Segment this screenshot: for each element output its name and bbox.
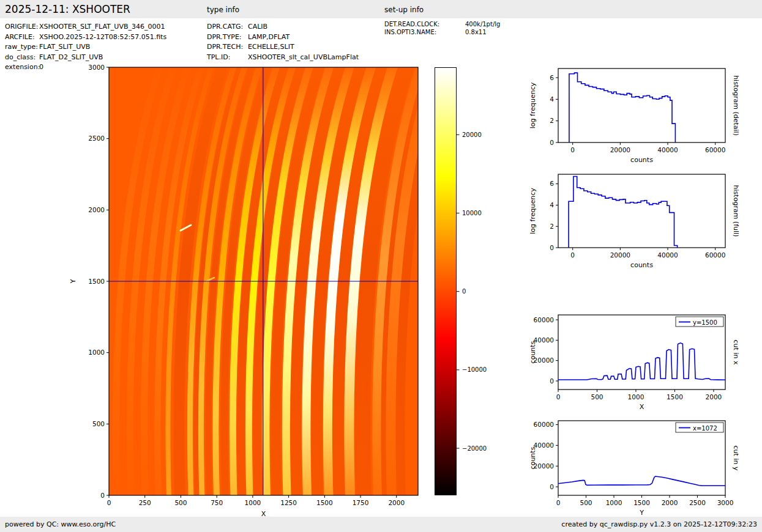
svg-text:60000: 60000	[534, 421, 554, 428]
svg-text:60000: 60000	[534, 316, 554, 323]
svg-text:1750: 1750	[353, 499, 369, 506]
svg-text:4: 4	[550, 201, 554, 209]
svg-text:500: 500	[591, 393, 603, 401]
data-curve	[558, 476, 725, 486]
histogram-detail: 02000040000600000246countslog frequencyh…	[529, 68, 740, 164]
svg-text:0: 0	[556, 499, 561, 506]
svg-text:500: 500	[92, 420, 105, 427]
svg-text:4: 4	[550, 95, 554, 103]
svg-text:2: 2	[550, 117, 554, 124]
data-curve	[569, 73, 676, 142]
svg-text:3000: 3000	[88, 64, 105, 71]
plot-frame	[558, 68, 725, 142]
svg-text:2000: 2000	[662, 499, 678, 506]
svg-text:2000: 2000	[706, 393, 722, 401]
svg-text:20000: 20000	[610, 251, 630, 259]
footer-qc-link[interactable]: powered by QC: www.eso.org/HC	[5, 520, 116, 528]
svg-text:0: 0	[556, 393, 561, 401]
svg-text:2000: 2000	[88, 206, 105, 213]
svg-text:250: 250	[139, 499, 151, 506]
svg-text:0: 0	[550, 244, 554, 251]
svg-text:counts: counts	[529, 446, 537, 469]
svg-text:2000: 2000	[388, 499, 405, 506]
svg-text:cut in y: cut in y	[732, 446, 740, 471]
data-curve	[558, 343, 725, 380]
svg-text:counts: counts	[529, 341, 537, 363]
svg-text:3000: 3000	[717, 499, 734, 506]
svg-text:1500: 1500	[633, 499, 650, 506]
data-curve	[569, 177, 678, 248]
svg-text:counts: counts	[630, 156, 653, 164]
svg-text:−10000: −10000	[462, 366, 487, 373]
colorbar-ticks: 20000100000−10000−20000	[457, 131, 487, 452]
svg-text:log frequency: log frequency	[529, 188, 537, 234]
svg-text:10000: 10000	[462, 210, 482, 216]
svg-text:1500: 1500	[667, 393, 683, 401]
svg-text:Y: Y	[639, 509, 644, 517]
svg-text:y=1500: y=1500	[693, 319, 717, 326]
svg-text:2500: 2500	[689, 499, 706, 506]
svg-text:6: 6	[550, 180, 554, 187]
svg-text:1500: 1500	[316, 499, 333, 506]
svg-text:0: 0	[107, 499, 111, 506]
svg-text:x=1072: x=1072	[693, 425, 717, 432]
svg-text:Y: Y	[69, 279, 77, 284]
svg-text:log frequency: log frequency	[529, 82, 537, 128]
svg-text:20000: 20000	[610, 146, 630, 153]
cut-in-y: 0500100015002000250030000200004000060000…	[529, 421, 740, 517]
svg-text:0: 0	[550, 483, 554, 490]
detector-image-plot: 0250500750100012501500175020000500100015…	[69, 64, 444, 519]
svg-text:60000: 60000	[705, 251, 725, 259]
svg-text:20000: 20000	[462, 131, 482, 138]
svg-text:6: 6	[550, 74, 554, 81]
cut-in-x: 05001000150020000200004000060000Xcountsc…	[529, 315, 740, 411]
qc-report-page: { "style": {"curve_color": "#0000E6", "b…	[0, 0, 762, 532]
svg-text:40000: 40000	[657, 251, 678, 259]
svg-text:0: 0	[570, 251, 575, 259]
svg-text:counts: counts	[630, 261, 653, 269]
svg-text:1000: 1000	[88, 349, 105, 356]
histogram-full: 02000040000600000246countslog frequencyh…	[529, 174, 740, 269]
svg-text:0: 0	[100, 492, 105, 499]
svg-text:−20000: −20000	[462, 445, 487, 452]
svg-text:2: 2	[550, 223, 554, 230]
svg-text:X: X	[640, 403, 644, 411]
svg-text:histogram (full): histogram (full)	[732, 185, 740, 237]
svg-text:0: 0	[570, 146, 575, 153]
svg-text:1500: 1500	[88, 278, 105, 285]
svg-text:histogram (detail): histogram (detail)	[732, 75, 740, 136]
svg-text:0: 0	[550, 377, 554, 385]
detector-image-pixels	[109, 66, 444, 497]
svg-text:40000: 40000	[657, 146, 678, 153]
svg-text:500: 500	[174, 499, 187, 506]
svg-text:750: 750	[211, 499, 223, 506]
plot-frame	[558, 174, 725, 248]
svg-text:1000: 1000	[245, 499, 261, 506]
svg-text:0: 0	[550, 139, 554, 146]
footer-created-by: created by qc_rawdisp.py v1.2.3 on 2025-…	[561, 520, 757, 528]
svg-text:cut in x: cut in x	[732, 340, 740, 365]
svg-text:2500: 2500	[88, 135, 105, 142]
svg-text:1000: 1000	[628, 393, 644, 401]
plots-canvas: 0250500750100012501500175020000500100015…	[0, 0, 762, 532]
svg-text:60000: 60000	[705, 146, 725, 153]
svg-text:1000: 1000	[606, 499, 622, 506]
svg-text:500: 500	[580, 499, 592, 506]
svg-text:1250: 1250	[280, 499, 297, 506]
svg-text:0: 0	[462, 288, 466, 295]
